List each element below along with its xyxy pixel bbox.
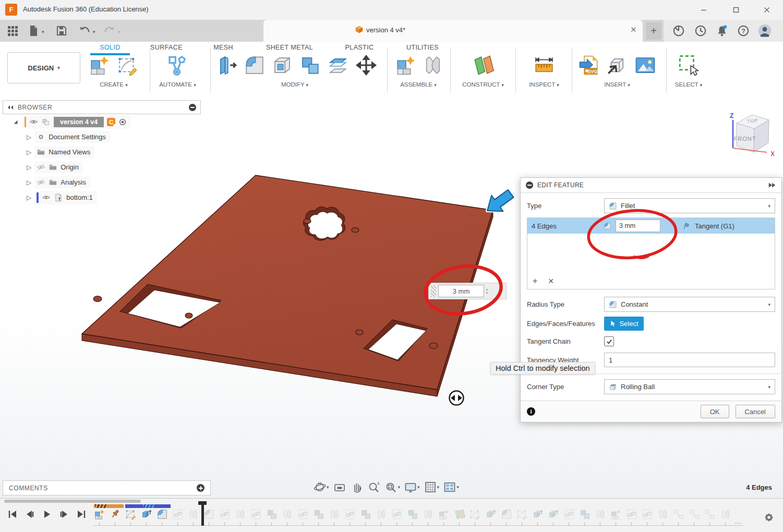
eye-icon[interactable] [42, 193, 51, 202]
timeline-feature-joint[interactable] [376, 509, 387, 520]
browser-row-named-views[interactable]: ▷ Named Views [3, 144, 201, 160]
browser-row-bottom-body[interactable]: ▷ bottom:1 [3, 190, 201, 205]
group-insert-label[interactable]: INSERT ▾ [591, 81, 643, 89]
browser-row-document-settings[interactable]: ▷ Document Settings [3, 129, 201, 144]
select-tool-icon[interactable] [677, 54, 699, 76]
edge-set-row[interactable]: 4 Edges 3 mm Tangent (G1) [527, 218, 775, 234]
timeline-feature-sketch[interactable] [469, 509, 481, 520]
activate-radio-icon[interactable] [118, 118, 127, 126]
pan-icon[interactable] [349, 480, 365, 494]
timeline-feature-pattern[interactable] [704, 509, 716, 520]
timeline-feature-link[interactable] [172, 509, 184, 520]
save-icon[interactable] [55, 25, 68, 37]
document-tab-title[interactable]: version 4 v4* [366, 26, 405, 34]
eye-off-icon[interactable] [37, 163, 45, 172]
orbit-icon[interactable]: ▾ [312, 480, 330, 494]
go-to-start-icon[interactable] [6, 508, 19, 521]
timeline-feature-joint[interactable] [657, 509, 669, 520]
joint-icon[interactable] [422, 54, 444, 76]
browser-minimize-icon[interactable] [189, 104, 196, 111]
timeline-feature-combine[interactable] [579, 509, 591, 520]
group-create-label[interactable]: CREATE ▾ [88, 81, 140, 89]
timeline-feature-extrude[interactable] [548, 509, 559, 520]
step-back-icon[interactable] [23, 508, 36, 521]
insert-mesh-icon[interactable] [606, 54, 628, 76]
split-body-icon[interactable] [327, 54, 348, 76]
notifications-bell-icon[interactable] [715, 24, 729, 38]
timeline-feature-comp[interactable] [94, 509, 105, 520]
timeline-feature-link[interactable] [219, 509, 231, 520]
corner-type-dropdown[interactable]: Rolling Ball ▾ [604, 379, 775, 394]
group-modify-label[interactable]: MODIFY ▾ [269, 81, 321, 89]
eye-icon[interactable] [29, 117, 38, 126]
redo-caret-icon[interactable]: ▾ [118, 29, 121, 34]
fillet-radius-canvas-input[interactable]: 3 mm [438, 285, 484, 297]
timeline-scrollbar[interactable] [4, 500, 141, 503]
timeline-feature-link[interactable] [626, 509, 637, 520]
view-cube[interactable]: TOP FRONT Z X [725, 104, 780, 159]
timeline-feature-extrude[interactable] [141, 509, 152, 520]
timeline-feature-comp[interactable] [610, 509, 622, 520]
browser-item-root-label[interactable]: version 4 v4 [54, 117, 104, 127]
expander-icon[interactable]: ▷ [27, 164, 31, 171]
undo-caret-icon[interactable]: ▾ [93, 29, 95, 34]
timeline-feature-joint[interactable] [720, 509, 731, 520]
timeline-feature-combine[interactable] [266, 509, 278, 520]
timeline-feature-pattern[interactable] [689, 509, 700, 520]
shell-icon[interactable] [271, 54, 293, 76]
document-tab-close-icon[interactable]: ✕ [630, 25, 637, 34]
file-menu-caret-icon[interactable]: ▾ [42, 29, 44, 34]
go-to-end-icon[interactable] [75, 508, 88, 521]
comments-bar[interactable]: COMMENTS [3, 480, 211, 495]
measure-icon[interactable] [533, 54, 555, 76]
job-status-icon[interactable] [694, 24, 707, 38]
zoom-icon[interactable]: ± [366, 480, 382, 494]
assemble-new-component-icon[interactable] [395, 54, 417, 76]
timeline-feature-link[interactable] [250, 509, 262, 520]
tab-mesh[interactable]: MESH [208, 44, 238, 54]
help-icon[interactable] [737, 24, 750, 38]
expander-icon[interactable]: ▷ [27, 134, 31, 141]
tab-sheet-metal[interactable]: SHEET METAL [259, 44, 320, 54]
expander-icon[interactable]: ▷ [27, 149, 31, 156]
automate-icon[interactable] [166, 54, 188, 76]
tangency-weight-input[interactable]: 1 [604, 353, 775, 367]
file-menu-icon[interactable] [27, 25, 40, 37]
timeline-feature-planes[interactable] [454, 509, 465, 520]
timeline-feature-joint[interactable] [188, 509, 199, 520]
timeline-feature-joint[interactable] [595, 509, 606, 520]
browser-row-root[interactable]: version 4 v4 C [3, 114, 201, 129]
timeline-feature-extrude[interactable] [532, 509, 544, 520]
insert-canvas-icon[interactable] [634, 54, 656, 76]
display-settings-icon[interactable]: ▾ [403, 480, 421, 494]
radius-type-dropdown[interactable]: Constant ▾ [604, 297, 775, 312]
timeline-feature-comp[interactable] [438, 509, 450, 520]
browser-row-analysis[interactable]: ▷ Analysis [3, 175, 201, 190]
timeline-feature-link[interactable] [391, 509, 403, 520]
tab-solid[interactable]: SOLID [90, 44, 130, 54]
timeline-feature-fillet[interactable] [501, 509, 512, 520]
type-dropdown[interactable]: Fillet ▾ [604, 198, 775, 213]
create-sketch-icon[interactable] [117, 54, 139, 76]
timeline-feature-combine[interactable] [313, 509, 324, 520]
expander-icon[interactable]: ▷ [27, 194, 31, 201]
timeline-feature-link[interactable] [297, 509, 309, 520]
maximize-button[interactable] [727, 3, 745, 17]
remove-edge-set-button[interactable]: ✕ [548, 277, 554, 285]
tab-utilities[interactable]: UTILITIES [400, 44, 445, 54]
timeline-feature-fillet[interactable] [156, 509, 168, 520]
dialog-header[interactable]: EDIT FEATURE [521, 178, 781, 193]
timeline-settings-gear-icon[interactable] [762, 510, 776, 525]
fillet-icon[interactable] [244, 54, 266, 76]
press-pull-icon[interactable] [216, 54, 238, 76]
timeline-feature-sketch[interactable] [516, 509, 528, 520]
timeline-feature-joint[interactable] [235, 509, 246, 520]
dialog-collapse-icon[interactable] [526, 182, 533, 189]
redo-icon[interactable] [103, 25, 116, 37]
dimension-grip-icon[interactable] [486, 289, 488, 294]
minimize-button[interactable] [695, 3, 713, 17]
timeline-feature-pin[interactable] [110, 509, 121, 520]
timeline-feature-pattern[interactable] [673, 509, 684, 520]
group-assemble-label[interactable]: ASSEMBLE ▾ [390, 81, 447, 89]
close-button[interactable] [758, 3, 776, 17]
